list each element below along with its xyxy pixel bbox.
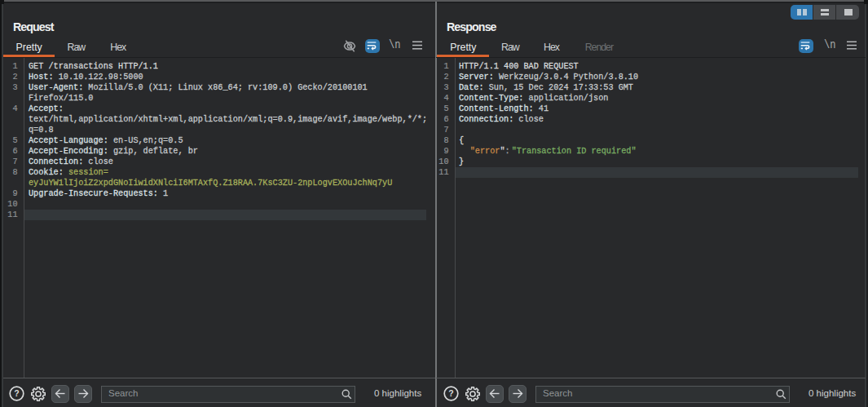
svg-text:?: ? <box>14 388 19 398</box>
svg-text:?: ? <box>448 388 453 398</box>
